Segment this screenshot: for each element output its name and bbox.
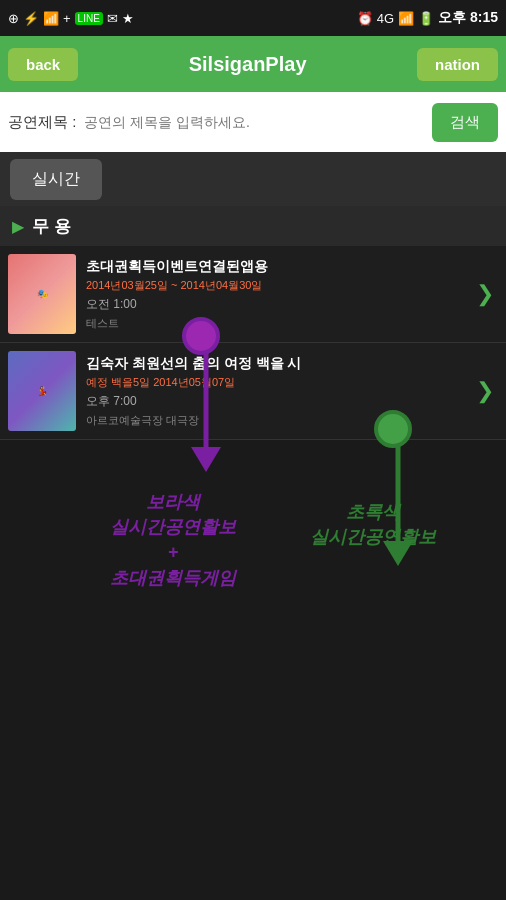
event-info-2: 김숙자 최원선의 춤의 여정 백을 시 예정 백을5일 2014년05월07일 … xyxy=(86,354,462,428)
event-date-1: 2014년03월25일 ~ 2014년04월30일 xyxy=(86,278,462,293)
wifi-icon: 📶 xyxy=(43,11,59,26)
table-row[interactable]: 💃 김숙자 최원선의 춤의 여정 백을 시 예정 백을5일 2014년05월07… xyxy=(0,343,506,440)
search-input[interactable] xyxy=(84,114,424,130)
status-left-icons: ⊕ ⚡ 📶 + LINE ✉ ★ xyxy=(8,11,134,26)
table-row[interactable]: 🎭 초대권획득이벤트연결된앱용 2014년03월25일 ~ 2014년04월30… xyxy=(0,246,506,343)
header: back SilsiganPlay nation xyxy=(0,36,506,92)
event-venue-1: 테스트 xyxy=(86,316,462,331)
event-venue-2: 아르코예술극장 대극장 xyxy=(86,413,462,428)
network-label: 4G xyxy=(377,11,394,26)
status-time: 오후 8:15 xyxy=(438,9,498,27)
tab-area: 실시간 xyxy=(0,152,506,206)
realtime-tab[interactable]: 실시간 xyxy=(10,159,102,200)
status-bar: ⊕ ⚡ 📶 + LINE ✉ ★ ⏰ 4G 📶 🔋 오후 8:15 xyxy=(0,0,506,36)
nation-button[interactable]: nation xyxy=(417,48,498,81)
add-icon: ⊕ xyxy=(8,11,19,26)
search-bar: 공연제목 : 검색 xyxy=(0,92,506,152)
signal-icon: 📶 xyxy=(398,11,414,26)
event-detail-arrow-1[interactable]: ❯ xyxy=(472,277,498,311)
bottom-area xyxy=(0,440,506,670)
section-header: ▶ 무 용 xyxy=(0,206,506,246)
event-list: 🎭 초대권획득이벤트연결된앱용 2014년03월25일 ~ 2014년04월30… xyxy=(0,246,506,440)
event-date-2: 예정 백을5일 2014년05월07일 xyxy=(86,375,462,390)
plus-icon: + xyxy=(63,11,71,26)
event-time-2: 오후 7:00 xyxy=(86,393,462,410)
event-title-2: 김숙자 최원선의 춤의 여정 백을 시 xyxy=(86,354,462,372)
line-icon: LINE xyxy=(75,12,103,25)
section-title: 무 용 xyxy=(32,215,71,238)
search-label: 공연제목 : xyxy=(8,113,76,132)
search-button[interactable]: 검색 xyxy=(432,103,498,142)
event-thumbnail-1: 🎭 xyxy=(8,254,76,334)
section-arrow-icon: ▶ xyxy=(12,217,24,236)
status-right-icons: ⏰ 4G 📶 🔋 오후 8:15 xyxy=(357,9,498,27)
event-time-1: 오전 1:00 xyxy=(86,296,462,313)
event-detail-arrow-2[interactable]: ❯ xyxy=(472,374,498,408)
app-title: SilsiganPlay xyxy=(189,53,307,76)
event-thumbnail-2: 💃 xyxy=(8,351,76,431)
star-icon: ★ xyxy=(122,11,134,26)
alarm-icon: ⏰ xyxy=(357,11,373,26)
back-button[interactable]: back xyxy=(8,48,78,81)
event-title-1: 초대권획득이벤트연결된앱용 xyxy=(86,257,462,275)
mail-icon: ✉ xyxy=(107,11,118,26)
battery-icon: 🔋 xyxy=(418,11,434,26)
usb-icon: ⚡ xyxy=(23,11,39,26)
event-info-1: 초대권획득이벤트연결된앱용 2014년03월25일 ~ 2014년04월30일 … xyxy=(86,257,462,331)
